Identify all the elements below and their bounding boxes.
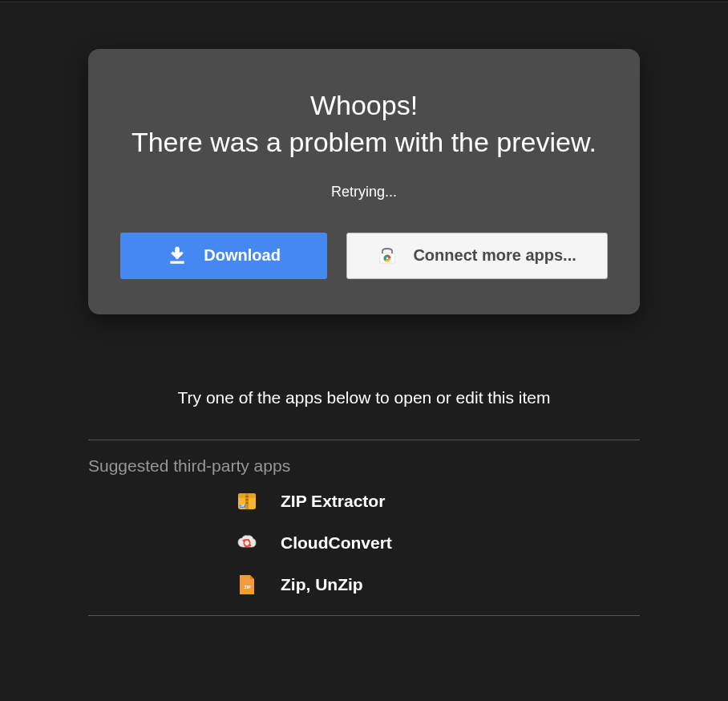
svg-text:.ZIP: .ZIP	[243, 585, 251, 590]
error-title-line2: There was a problem with the preview.	[131, 127, 597, 157]
button-row: Download Connect more apps...	[120, 233, 608, 279]
chrome-store-icon	[378, 246, 397, 265]
section-label: Suggested third-party apps	[88, 440, 640, 490]
download-icon	[167, 245, 188, 266]
suggestions-title: Try one of the apps below to open or edi…	[88, 388, 640, 407]
svg-point-4	[386, 257, 388, 259]
connect-apps-button-label: Connect more apps...	[413, 246, 576, 265]
app-name: Zip, UnZip	[281, 575, 363, 594]
error-status: Retrying...	[120, 184, 608, 201]
divider	[88, 615, 640, 616]
app-item-zip-unzip[interactable]: .ZIP Zip, UnZip	[236, 573, 492, 596]
svg-rect-1	[171, 261, 184, 263]
error-title-line1: Whoops!	[310, 90, 418, 120]
app-name: CloudConvert	[281, 533, 392, 553]
svg-rect-8	[246, 496, 249, 497]
download-button[interactable]: Download	[120, 233, 327, 279]
zip-extractor-icon: ZIP	[236, 490, 258, 513]
download-button-label: Download	[204, 246, 281, 265]
suggestions-section: Try one of the apps below to open or edi…	[88, 388, 640, 616]
preview-error-card: Whoops! There was a problem with the pre…	[88, 49, 640, 314]
app-name: ZIP Extractor	[281, 492, 385, 511]
svg-rect-10	[246, 502, 249, 504]
zip-unzip-icon: .ZIP	[236, 573, 258, 596]
content-area: Whoops! There was a problem with the pre…	[0, 2, 728, 616]
app-item-cloudconvert[interactable]: CloudConvert	[236, 532, 492, 554]
svg-rect-0	[176, 247, 179, 254]
cloudconvert-icon	[236, 532, 258, 554]
error-title: Whoops! There was a problem with the pre…	[120, 87, 608, 161]
app-list: ZIP ZIP Extractor CloudConvert	[88, 490, 640, 615]
connect-apps-button[interactable]: Connect more apps...	[346, 233, 608, 279]
app-item-zip-extractor[interactable]: ZIP ZIP Extractor	[236, 490, 492, 513]
svg-rect-9	[246, 499, 249, 500]
svg-text:ZIP: ZIP	[241, 504, 245, 508]
